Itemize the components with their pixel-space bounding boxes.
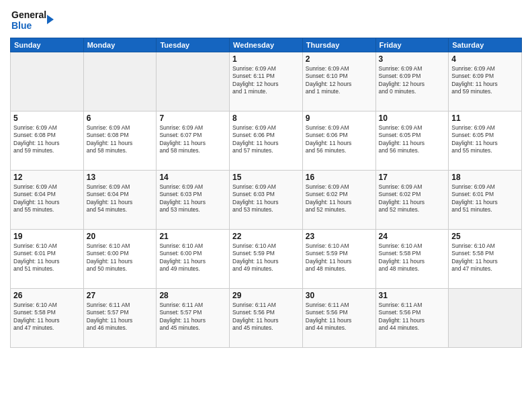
day-number: 25 [451,232,519,241]
logo-svg: GeneralBlue [10,7,57,32]
calendar-cell [11,52,84,111]
calendar-cell: 4Sunrise: 6:09 AM Sunset: 6:09 PM Daylig… [449,52,522,111]
day-info: Sunrise: 6:09 AM Sunset: 6:02 PM Dayligh… [379,183,446,214]
day-info: Sunrise: 6:09 AM Sunset: 6:08 PM Dayligh… [13,124,81,155]
weekday-header-tuesday: Tuesday [157,38,230,52]
day-info: Sunrise: 6:09 AM Sunset: 6:11 PM Dayligh… [232,65,300,96]
day-info: Sunrise: 6:10 AM Sunset: 5:58 PM Dayligh… [451,242,519,273]
day-info: Sunrise: 6:09 AM Sunset: 6:05 PM Dayligh… [451,124,519,155]
day-number: 28 [159,291,226,300]
calendar-cell: 21Sunrise: 6:10 AM Sunset: 6:00 PM Dayli… [157,230,230,289]
calendar-cell: 29Sunrise: 6:11 AM Sunset: 5:56 PM Dayli… [230,289,303,348]
weekday-header-row: SundayMondayTuesdayWednesdayThursdayFrid… [11,38,522,52]
calendar-cell: 16Sunrise: 6:09 AM Sunset: 6:02 PM Dayli… [302,171,375,230]
weekday-header-monday: Monday [83,38,157,52]
day-number: 4 [451,54,519,64]
day-info: Sunrise: 6:10 AM Sunset: 6:01 PM Dayligh… [13,242,81,273]
day-info: Sunrise: 6:09 AM Sunset: 6:09 PM Dayligh… [451,65,519,96]
day-number: 15 [232,173,300,182]
calendar-cell [157,52,230,111]
header: GeneralBlue [10,7,522,32]
day-info: Sunrise: 6:09 AM Sunset: 6:04 PM Dayligh… [87,183,154,214]
calendar-cell: 14Sunrise: 6:09 AM Sunset: 6:03 PM Dayli… [157,171,230,230]
calendar-week-3: 12Sunrise: 6:09 AM Sunset: 6:04 PM Dayli… [11,171,522,230]
calendar-cell [449,289,522,348]
day-info: Sunrise: 6:09 AM Sunset: 6:02 PM Dayligh… [306,183,373,214]
day-number: 21 [159,232,226,241]
day-number: 7 [159,113,226,123]
day-info: Sunrise: 6:09 AM Sunset: 6:10 PM Dayligh… [306,65,373,96]
calendar-week-5: 26Sunrise: 6:10 AM Sunset: 5:58 PM Dayli… [11,289,522,348]
calendar-cell: 12Sunrise: 6:09 AM Sunset: 6:04 PM Dayli… [11,171,84,230]
day-number: 22 [232,232,300,241]
day-info: Sunrise: 6:09 AM Sunset: 6:05 PM Dayligh… [379,124,446,155]
calendar-week-2: 5Sunrise: 6:09 AM Sunset: 6:08 PM Daylig… [11,111,522,171]
calendar-cell: 9Sunrise: 6:09 AM Sunset: 6:06 PM Daylig… [302,111,375,171]
day-number: 26 [13,291,81,300]
day-info: Sunrise: 6:09 AM Sunset: 6:06 PM Dayligh… [306,124,373,155]
calendar-week-1: 1Sunrise: 6:09 AM Sunset: 6:11 PM Daylig… [11,52,522,111]
calendar-week-4: 19Sunrise: 6:10 AM Sunset: 6:01 PM Dayli… [11,230,522,289]
day-info: Sunrise: 6:11 AM Sunset: 5:56 PM Dayligh… [232,302,300,332]
day-number: 30 [306,291,373,300]
calendar-table: SundayMondayTuesdayWednesdayThursdayFrid… [10,38,522,348]
day-info: Sunrise: 6:10 AM Sunset: 5:59 PM Dayligh… [306,242,373,273]
calendar-cell [83,52,157,111]
calendar-cell: 27Sunrise: 6:11 AM Sunset: 5:57 PM Dayli… [83,289,157,348]
calendar-cell: 2Sunrise: 6:09 AM Sunset: 6:10 PM Daylig… [302,52,375,111]
svg-text:General: General [11,9,46,20]
day-info: Sunrise: 6:10 AM Sunset: 6:00 PM Dayligh… [159,242,226,273]
calendar-cell: 15Sunrise: 6:09 AM Sunset: 6:03 PM Dayli… [230,171,303,230]
day-info: Sunrise: 6:10 AM Sunset: 5:58 PM Dayligh… [13,302,81,332]
calendar-cell: 10Sunrise: 6:09 AM Sunset: 6:05 PM Dayli… [375,111,449,171]
calendar-cell: 17Sunrise: 6:09 AM Sunset: 6:02 PM Dayli… [375,171,449,230]
calendar-cell: 1Sunrise: 6:09 AM Sunset: 6:11 PM Daylig… [230,52,303,111]
day-number: 8 [232,113,300,123]
weekday-header-saturday: Saturday [449,38,522,52]
day-number: 5 [13,113,81,123]
day-number: 23 [306,232,373,241]
calendar-cell: 28Sunrise: 6:11 AM Sunset: 5:57 PM Dayli… [157,289,230,348]
day-number: 31 [379,291,446,300]
day-info: Sunrise: 6:10 AM Sunset: 6:00 PM Dayligh… [87,242,154,273]
svg-text:Blue: Blue [11,20,32,31]
logo: GeneralBlue [10,7,57,32]
weekday-header-friday: Friday [375,38,449,52]
day-number: 10 [379,113,446,123]
day-number: 13 [87,173,154,182]
day-number: 18 [451,173,519,182]
day-number: 3 [379,54,446,64]
svg-marker-2 [47,15,54,24]
calendar-cell: 8Sunrise: 6:09 AM Sunset: 6:06 PM Daylig… [230,111,303,171]
day-number: 29 [232,291,300,300]
weekday-header-wednesday: Wednesday [230,38,303,52]
calendar-cell: 7Sunrise: 6:09 AM Sunset: 6:07 PM Daylig… [157,111,230,171]
day-number: 19 [13,232,81,241]
day-info: Sunrise: 6:09 AM Sunset: 6:08 PM Dayligh… [87,124,154,155]
day-number: 17 [379,173,446,182]
day-info: Sunrise: 6:09 AM Sunset: 6:04 PM Dayligh… [13,183,81,214]
day-number: 20 [87,232,154,241]
calendar-cell: 11Sunrise: 6:09 AM Sunset: 6:05 PM Dayli… [449,111,522,171]
day-number: 2 [306,54,373,64]
day-number: 24 [379,232,446,241]
calendar-cell: 31Sunrise: 6:11 AM Sunset: 5:56 PM Dayli… [375,289,449,348]
calendar-cell: 19Sunrise: 6:10 AM Sunset: 6:01 PM Dayli… [11,230,84,289]
day-info: Sunrise: 6:09 AM Sunset: 6:01 PM Dayligh… [451,183,519,214]
day-info: Sunrise: 6:09 AM Sunset: 6:06 PM Dayligh… [232,124,300,155]
calendar-cell: 22Sunrise: 6:10 AM Sunset: 5:59 PM Dayli… [230,230,303,289]
calendar-cell: 30Sunrise: 6:11 AM Sunset: 5:56 PM Dayli… [302,289,375,348]
day-info: Sunrise: 6:11 AM Sunset: 5:56 PM Dayligh… [379,302,446,332]
calendar-cell: 3Sunrise: 6:09 AM Sunset: 6:09 PM Daylig… [375,52,449,111]
day-number: 1 [232,54,300,64]
day-info: Sunrise: 6:10 AM Sunset: 5:58 PM Dayligh… [379,242,446,273]
calendar-cell: 18Sunrise: 6:09 AM Sunset: 6:01 PM Dayli… [449,171,522,230]
day-info: Sunrise: 6:11 AM Sunset: 5:56 PM Dayligh… [306,302,373,332]
day-info: Sunrise: 6:09 AM Sunset: 6:03 PM Dayligh… [232,183,300,214]
day-number: 6 [87,113,154,123]
calendar-cell: 6Sunrise: 6:09 AM Sunset: 6:08 PM Daylig… [83,111,157,171]
day-number: 12 [13,173,81,182]
day-info: Sunrise: 6:11 AM Sunset: 5:57 PM Dayligh… [159,302,226,332]
day-info: Sunrise: 6:11 AM Sunset: 5:57 PM Dayligh… [87,302,154,332]
day-number: 16 [306,173,373,182]
